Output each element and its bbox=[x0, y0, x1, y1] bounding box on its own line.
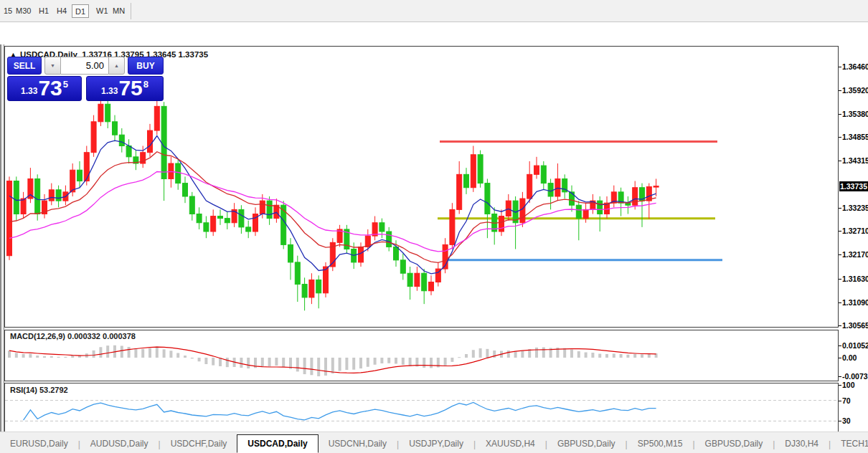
candle-body bbox=[527, 174, 532, 199]
buy-price-big: 75 bbox=[118, 77, 142, 99]
macd-histogram-bar bbox=[296, 358, 299, 371]
candle-body bbox=[84, 153, 89, 181]
rsi-canvas[interactable] bbox=[5, 383, 838, 437]
buy-price-pip: 8 bbox=[143, 79, 148, 90]
price-tick-mark bbox=[839, 302, 841, 303]
macd-tick-label: 0.00 bbox=[842, 353, 857, 362]
candle-body bbox=[288, 244, 293, 262]
buy-price-tile[interactable]: 1.33 75 8 bbox=[86, 76, 164, 101]
candle-body bbox=[387, 232, 392, 247]
candle-body bbox=[35, 178, 40, 214]
price-tick-label: 1.34855 bbox=[842, 133, 868, 141]
macd-histogram-bar bbox=[310, 358, 313, 375]
chart-tab-usdcad-3[interactable]: USDCAD,Daily bbox=[237, 434, 318, 453]
candle-body bbox=[302, 285, 307, 297]
macd-histogram-bar bbox=[176, 353, 179, 358]
candle-body bbox=[548, 183, 553, 196]
macd-histogram-bar bbox=[303, 358, 306, 374]
candle-body bbox=[154, 106, 159, 130]
macd-histogram-bar bbox=[317, 358, 320, 376]
chart-tab-eurusd-0[interactable]: EURUSD,Daily bbox=[0, 436, 78, 453]
candle-body bbox=[246, 227, 251, 232]
sell-button[interactable]: SELL bbox=[7, 57, 42, 75]
candle-body bbox=[197, 214, 202, 222]
rsi-tick-mark bbox=[839, 421, 841, 421]
sell-price-tile[interactable]: 1.33 73 5 bbox=[7, 76, 82, 101]
volume-increase-icon[interactable]: ▲ bbox=[108, 57, 125, 75]
chart-tab-usdjpy-5[interactable]: USDJPY,Daily bbox=[399, 436, 473, 453]
chart-tab-tech100-11[interactable]: TECH100,H1 bbox=[831, 436, 868, 453]
timeframe-button-mn[interactable]: MN bbox=[110, 4, 128, 18]
candle-body bbox=[14, 181, 19, 214]
macd-histogram-bar bbox=[402, 358, 405, 365]
price-tick-label: 1.35920 bbox=[842, 86, 868, 95]
macd-histogram-bar bbox=[465, 354, 468, 358]
candle-body bbox=[98, 104, 103, 122]
volume-decrease-icon[interactable]: ▼ bbox=[44, 57, 61, 75]
candle-body bbox=[555, 178, 560, 196]
chart-tab-usdchf-2[interactable]: USDCHF,Daily bbox=[161, 436, 237, 453]
macd-histogram-bar bbox=[458, 357, 461, 358]
candle-body bbox=[176, 163, 181, 183]
macd-histogram-bar bbox=[275, 358, 278, 366]
candle-body bbox=[379, 223, 385, 232]
macd-tick-label: 0.010525 bbox=[842, 341, 868, 350]
macd-histogram-bar bbox=[43, 356, 46, 358]
candle-body bbox=[148, 130, 153, 153]
macd-histogram-bar bbox=[563, 348, 566, 358]
price-tick-mark bbox=[839, 137, 841, 138]
macd-histogram-bar bbox=[570, 350, 573, 358]
timeframe-button-h4[interactable]: H4 bbox=[54, 4, 70, 18]
macd-histogram-bar bbox=[163, 349, 166, 358]
timeframe-button-d1[interactable]: D1 bbox=[72, 4, 89, 18]
buy-button[interactable]: BUY bbox=[128, 57, 164, 75]
candle-body bbox=[471, 155, 476, 188]
macd-histogram-bar bbox=[121, 345, 123, 358]
chart-tab-xauusd-6[interactable]: XAUUSD,H4 bbox=[476, 436, 545, 453]
timeframe-button-w1[interactable]: W1 bbox=[93, 4, 111, 18]
sell-price-pip: 5 bbox=[63, 79, 68, 90]
candle-body bbox=[478, 155, 483, 183]
chart-tab-audusd-1[interactable]: AUDUSD,Daily bbox=[80, 436, 159, 453]
macd-histogram-bar bbox=[395, 358, 397, 363]
candle-body bbox=[359, 247, 364, 262]
chart-tab-gbpusd-7[interactable]: GBPUSD,Daily bbox=[547, 436, 626, 453]
candle-body bbox=[113, 122, 118, 135]
rsi-panel[interactable] bbox=[4, 383, 839, 437]
candle-body bbox=[499, 216, 504, 232]
volume-input[interactable] bbox=[61, 57, 108, 75]
macd-histogram-bar bbox=[8, 351, 11, 358]
macd-histogram-bar bbox=[591, 353, 594, 358]
candle-body bbox=[598, 201, 603, 214]
candle-body bbox=[407, 273, 412, 286]
macd-histogram-bar bbox=[633, 354, 636, 358]
chart-tab-gbpusd-9[interactable]: GBPUSD,Daily bbox=[695, 436, 773, 453]
chart-tab-usdcnh-4[interactable]: USDCNH,Daily bbox=[319, 436, 397, 453]
price-tick-mark bbox=[839, 254, 841, 255]
one-click-trade-panel: SELL ▼ ▲ BUY 1.33 73 5 1.33 75 8 bbox=[7, 57, 164, 101]
mt4-window: 15M30H1H4D1W1MN ▲USDCAD,Daily 1.33716 1.… bbox=[0, 0, 868, 453]
rsi-tick-label: 30 bbox=[842, 416, 851, 425]
chart-tab-dj30-10[interactable]: DJ30,H4 bbox=[775, 436, 829, 453]
macd-histogram-bar bbox=[156, 346, 159, 358]
macd-histogram-bar bbox=[367, 358, 369, 367]
macd-histogram-bar bbox=[339, 358, 341, 371]
macd-histogram-bar bbox=[641, 354, 643, 358]
timeframe-button-h1[interactable]: H1 bbox=[36, 4, 52, 18]
macd-histogram-bar bbox=[93, 351, 95, 358]
macd-histogram-bar bbox=[605, 354, 608, 358]
macd-histogram-bar bbox=[409, 358, 412, 366]
macd-tick-mark bbox=[839, 345, 841, 346]
macd-histogram-bar bbox=[191, 358, 194, 358]
macd-tick-label: -0.0073 bbox=[842, 372, 868, 381]
macd-histogram-bar bbox=[374, 358, 377, 365]
candle-body bbox=[520, 199, 525, 223]
macd-histogram-bar bbox=[71, 356, 74, 358]
chart-tab-sp500-8[interactable]: SP500,M15 bbox=[628, 436, 693, 453]
price-tick-label: 1.35380 bbox=[842, 110, 868, 118]
timeframe-button-m30[interactable]: M30 bbox=[13, 4, 34, 18]
price-tick-label: 1.32710 bbox=[842, 226, 868, 235]
macd-header: MACD(12,26,9) 0.000332 0.000378 bbox=[10, 332, 136, 340]
candle-body bbox=[183, 183, 188, 196]
candle-body bbox=[169, 163, 174, 178]
